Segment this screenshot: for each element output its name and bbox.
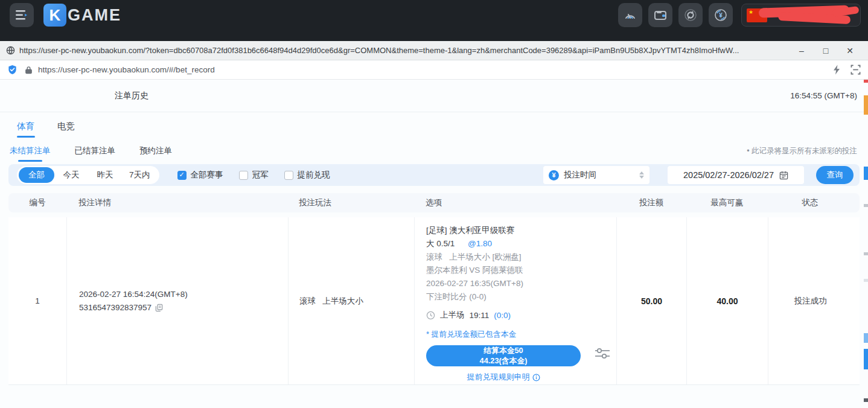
browser-address-bar: https://user-pc-new.youbaokun.com/#/bet_… [0, 60, 868, 80]
edge-fragment [864, 279, 868, 282]
page-header: 注单历史 16:54:55 (GMT+8) [0, 80, 868, 112]
edge-fragment [864, 167, 868, 180]
sort-select-value: 投注时间 [564, 170, 639, 180]
checkbox-champion[interactable]: 冠军 [239, 170, 269, 180]
match-line: 墨尔本胜利 VS 阿德莱德联 [426, 266, 616, 275]
checkbox-all-events[interactable]: 全部赛事 [177, 170, 223, 180]
address-url[interactable]: https://user-pc-new.youbaokun.com/#/bet_… [38, 65, 832, 74]
bet-status-subtabs: 未结算注单 已结算注单 预约注单 • 此记录将显示所有未派彩的投注 [0, 140, 868, 162]
window-title-bar: https://user-pc-new.youbaokun.com/?token… [0, 41, 868, 60]
server-clock: 16:54:55 (GMT+8) [790, 91, 857, 100]
edge-fragment [864, 95, 868, 115]
sort-by-select[interactable]: ¥ 投注时间 [543, 166, 649, 184]
subtab-settled[interactable]: 已结算注单 [74, 140, 117, 162]
segment-today[interactable]: 今天 [54, 170, 88, 180]
checkbox-label: 提前兑现 [298, 170, 330, 180]
tab-sports[interactable]: 体育 [14, 113, 37, 139]
sliders-icon[interactable] [594, 346, 611, 360]
bet-id: 5316547392837957 [79, 303, 152, 312]
refresh-button[interactable] [678, 3, 703, 27]
header-option: 选项 [414, 197, 616, 208]
segment-all[interactable]: 全部 [19, 167, 54, 183]
live-period: 上半场 [440, 310, 465, 320]
stake-cell: 50.00 [616, 217, 686, 384]
header-status: 状态 [768, 197, 852, 208]
page-title: 注单历史 [115, 91, 148, 101]
row-number: 1 [8, 217, 66, 384]
cashout-note: * 提前兑现金额已包含本金 [426, 330, 616, 340]
header-stake: 投注额 [616, 197, 686, 208]
play-type-value: 滚球 上半场大小 [299, 296, 414, 307]
checkbox-label: 冠军 [252, 170, 269, 180]
hamburger-icon [15, 10, 28, 21]
live-status-line: 上半场 19:11 (0:0) [426, 310, 616, 320]
shield-check-icon [7, 65, 18, 75]
network-gauge-icon [623, 8, 637, 22]
table-header: 编号 投注详情 投注玩法 选项 投注额 最高可赢 状态 [8, 193, 860, 212]
subtab-reserved[interactable]: 预约注单 [138, 140, 173, 162]
header-play-type: 投注玩法 [288, 197, 414, 208]
checkbox-cashout[interactable]: 提前兑现 [284, 170, 330, 180]
edge-fragment [864, 349, 868, 369]
clock-icon [426, 311, 435, 320]
league-line: [足球] 澳大利亚甲级联赛 [426, 226, 616, 235]
stake-value: 50.00 [641, 296, 662, 306]
copy-icon[interactable] [155, 304, 163, 312]
segment-yesterday[interactable]: 昨天 [88, 170, 122, 180]
currency-exchange-button[interactable]: ¥ [709, 3, 733, 27]
status-cell: 投注成功 [768, 217, 852, 384]
header-max-win: 最高可赢 [686, 197, 768, 208]
checkbox-label: 全部赛事 [191, 170, 223, 180]
network-gauge-button[interactable] [618, 3, 642, 27]
window-maximize-button[interactable]: □ [814, 46, 838, 56]
segment-7days[interactable]: 7天内 [122, 170, 158, 180]
bet-time: 2026-02-27 16:54:24(GMT+8) [79, 290, 288, 299]
right-edge-scroll-sliver[interactable] [864, 80, 868, 408]
lock-icon [25, 66, 33, 74]
lightning-icon[interactable] [832, 65, 841, 75]
live-score: (0:0) [494, 311, 511, 320]
fullscreen-capture-icon[interactable] [850, 65, 861, 75]
unsettled-note: • 此记录将显示所有未派彩的投注 [747, 146, 857, 156]
checkbox-checked-icon [177, 171, 187, 180]
search-button[interactable]: 查询 [816, 166, 854, 184]
bet-record-page: 注单历史 16:54:55 (GMT+8) 体育 电竞 未结算注单 已结算注单 … [0, 80, 868, 408]
option-cell: [足球] 澳大利亚甲级联赛 大 0.5/1 @1.80 滚球 上半场大小 [欧洲… [414, 217, 616, 384]
window-minimize-button[interactable]: – [790, 46, 814, 56]
max-win-value: 40.00 [716, 296, 738, 306]
wallet-icon [653, 8, 668, 22]
checkbox-unchecked-icon [239, 171, 248, 180]
cashout-button-line2: 44.23(含本金) [480, 356, 528, 366]
edge-fragment [864, 204, 868, 207]
menu-button[interactable] [10, 3, 34, 27]
date-range-segments: 全部 今天 昨天 7天内 [17, 166, 159, 184]
logo-text: GAME [68, 6, 121, 25]
subtab-unsettled[interactable]: 未结算注单 [8, 140, 52, 162]
user-account-area[interactable]: ★ [741, 4, 861, 27]
subtab-label: 已结算注单 [75, 146, 116, 155]
date-range-input[interactable]: 2025/02/27-2026/02/27 [668, 166, 804, 184]
checkbox-unchecked-icon [284, 171, 293, 180]
sport-type-tabs: 体育 电竞 [0, 112, 868, 140]
edge-fragment [864, 333, 868, 343]
logo-k-badge: K [43, 4, 66, 27]
match-time-line: 2026-02-27 16:35(GMT+8) [426, 279, 616, 288]
row-number-value: 1 [35, 296, 40, 305]
wallet-button[interactable] [648, 3, 672, 27]
tab-esports[interactable]: 电竞 [55, 113, 77, 139]
table-row: 1 2026-02-27 16:54:24(GMT+8) 53165473928… [8, 217, 860, 385]
edge-fragment [864, 80, 868, 83]
subtab-label: 预约注单 [139, 146, 172, 155]
brand-logo[interactable]: K GAME [43, 2, 121, 28]
header-no: 编号 [8, 197, 66, 208]
svg-text:¥: ¥ [719, 12, 723, 19]
pick-value: 大 0.5/1 [426, 239, 455, 248]
cashout-rules-link[interactable]: 提前兑现规则申明 [426, 372, 581, 383]
bet-detail-cell: 2026-02-27 16:54:24(GMT+8) 5316547392837… [66, 217, 288, 384]
header-bet-detail: 投注详情 [66, 197, 288, 208]
cashout-button[interactable]: 结算本金50 44.23(含本金) [426, 345, 581, 366]
play-type-cell: 滚球 上半场大小 [288, 217, 414, 384]
tab-label: 体育 [17, 121, 34, 131]
live-time: 19:11 [470, 311, 490, 320]
window-close-button[interactable]: ✕ [838, 46, 862, 56]
